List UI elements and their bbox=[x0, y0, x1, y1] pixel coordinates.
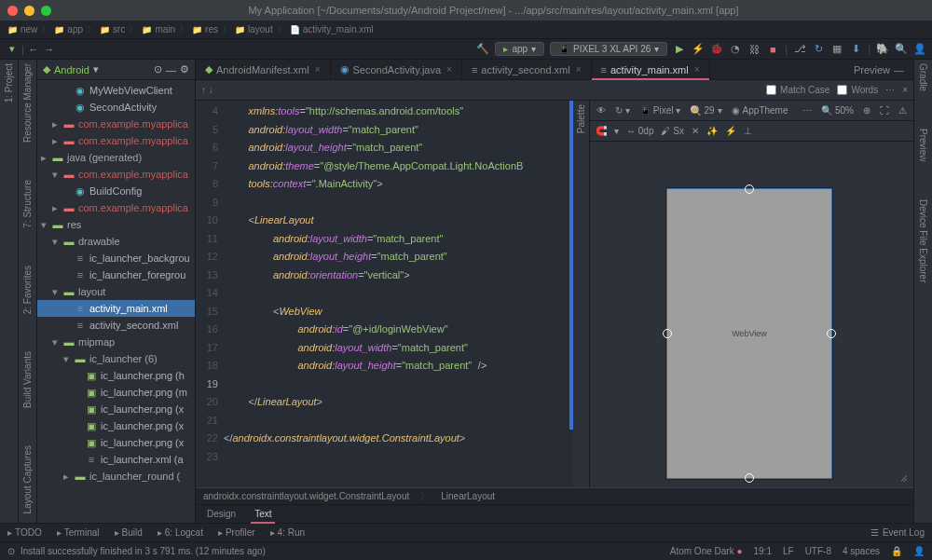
close-button[interactable] bbox=[7, 6, 18, 16]
lock-icon[interactable]: 🔒 bbox=[891, 546, 902, 556]
palette-rail[interactable]: Palette bbox=[573, 101, 590, 487]
project-tree[interactable]: ◉MyWebViewClient◉SecondActivity▸▬com.exa… bbox=[37, 80, 195, 523]
theme-select[interactable]: ◉ AppTheme bbox=[729, 105, 791, 116]
tree-item[interactable]: ▣ic_launcher.png (m bbox=[37, 384, 195, 401]
tree-item[interactable]: ▸▬ic_launcher_round ( bbox=[37, 468, 195, 485]
device-dropdown[interactable]: 📱PIXEL 3 XL API 26 ▾ bbox=[550, 42, 667, 56]
find-close-icon[interactable]: × bbox=[902, 85, 908, 95]
project-view-chevron[interactable]: ▾ bbox=[93, 63, 99, 75]
zoom-label[interactable]: 🔍 50% bbox=[818, 105, 857, 116]
bottom-tool-button[interactable]: ▸4: Run bbox=[270, 527, 305, 538]
tree-item[interactable]: ▣ic_launcher.png (x bbox=[37, 401, 195, 417]
sdk-icon[interactable]: ⬇ bbox=[849, 43, 862, 56]
editor-breadcrumb-item[interactable]: LinearLayout bbox=[441, 491, 495, 501]
editor-tab[interactable]: ◉SecondActivity.java× bbox=[331, 60, 462, 79]
tree-item[interactable]: ◉SecondActivity bbox=[37, 99, 195, 116]
avd-icon[interactable]: ▦ bbox=[830, 43, 843, 56]
cursor-position[interactable]: 19:1 bbox=[753, 546, 771, 556]
breadcrumb-item[interactable]: 📁 layout bbox=[235, 24, 273, 34]
guide-icon[interactable]: ⊥ bbox=[744, 126, 752, 136]
editor-breadcrumb-item[interactable]: androidx.constraintlayout.widget.Constra… bbox=[203, 491, 409, 501]
project-view-label[interactable]: Android bbox=[54, 64, 89, 75]
run-config-dropdown[interactable]: ▸app ▾ bbox=[495, 42, 544, 56]
find-more-icon[interactable]: ⋯ bbox=[885, 85, 895, 95]
bottom-tool-button[interactable]: ▸TODO bbox=[7, 527, 42, 538]
code-editor[interactable]: 4567891011121314151617181920212223 xmlns… bbox=[196, 101, 573, 487]
tool-window-button[interactable]: Gradle bbox=[918, 63, 928, 91]
tool-window-button[interactable]: 7: Structure bbox=[22, 180, 33, 228]
scale-label[interactable]: ↔ 0dp bbox=[626, 126, 653, 136]
maximize-button[interactable] bbox=[41, 6, 51, 16]
tool-window-button[interactable]: Build Variants bbox=[22, 351, 33, 408]
project-settings-icon[interactable]: ⚙ bbox=[180, 63, 189, 75]
magnet-icon[interactable]: 🧲 bbox=[596, 126, 607, 136]
tree-item[interactable]: ◉MyWebViewClient bbox=[37, 82, 195, 99]
resize-handle-right[interactable] bbox=[827, 329, 836, 338]
tree-item[interactable]: ≡ic_launcher_foregrou bbox=[37, 266, 195, 283]
bolt-icon[interactable]: ⚡ bbox=[725, 126, 736, 136]
palette-label[interactable]: Palette bbox=[576, 104, 586, 133]
zoom-in-icon[interactable]: ⊕ bbox=[860, 105, 873, 116]
clear-icon[interactable]: ✕ bbox=[692, 126, 699, 136]
tree-item[interactable]: ◉BuildConfig bbox=[37, 183, 195, 199]
tree-item[interactable]: ≡ic_launcher.xml (a bbox=[37, 451, 195, 468]
editor-tab[interactable]: ≡activity_second.xml× bbox=[462, 60, 592, 79]
back-icon[interactable]: ← bbox=[27, 43, 40, 56]
breadcrumb-item[interactable]: 📁 app bbox=[54, 24, 83, 34]
breadcrumb-item[interactable]: 📁 main bbox=[142, 24, 175, 34]
attach-icon[interactable]: ⛓ bbox=[747, 43, 761, 56]
code-content[interactable]: xmlns:tools="http://schemas.android.com/… bbox=[224, 101, 573, 487]
tab-close-icon[interactable]: × bbox=[694, 64, 700, 75]
resize-handle-top[interactable] bbox=[745, 184, 754, 194]
tool-window-button[interactable]: 1: Project bbox=[4, 63, 14, 102]
bottom-tool-button[interactable]: ▸Build bbox=[115, 527, 143, 538]
tool-window-button[interactable]: 2: Favorites bbox=[22, 266, 33, 314]
run-icon[interactable]: ▶ bbox=[673, 43, 686, 56]
tree-item[interactable]: ▾▬res bbox=[37, 216, 195, 233]
device-frame[interactable]: WebView bbox=[666, 188, 832, 479]
find-arrows[interactable]: ↑ ↓ bbox=[201, 85, 213, 95]
search-icon[interactable]: 🔍 bbox=[895, 43, 908, 56]
tree-item[interactable]: ▸▬com.example.myapplica bbox=[37, 116, 195, 132]
avatar-icon[interactable]: 👤 bbox=[913, 43, 926, 56]
tree-item[interactable]: ▾▬com.example.myapplica bbox=[37, 166, 195, 183]
fullscreen-icon[interactable]: ⛶ bbox=[877, 105, 892, 116]
apply-icon[interactable]: ⚡ bbox=[692, 43, 705, 56]
tool-window-button[interactable]: Preview bbox=[918, 129, 928, 162]
add-icon[interactable]: ▾ bbox=[6, 43, 19, 56]
tab-close-icon[interactable]: × bbox=[315, 64, 321, 75]
tree-item[interactable]: ▾▬mipmap bbox=[37, 334, 195, 350]
grid-icon[interactable]: ▾ bbox=[614, 126, 619, 136]
editor-mode-tab[interactable]: Text bbox=[251, 507, 275, 521]
sync-icon[interactable]: 🐘 bbox=[876, 43, 889, 56]
warnings-icon[interactable]: ⚠ bbox=[896, 105, 910, 116]
git-icon[interactable]: ⎇ bbox=[793, 43, 806, 56]
sx-label[interactable]: 🖌 Sx bbox=[661, 126, 683, 136]
tree-item[interactable]: ▸▬com.example.myapplica bbox=[37, 132, 195, 149]
tree-item[interactable]: ≡ic_launcher_backgrou bbox=[37, 250, 195, 266]
view-mode-icon[interactable]: 👁 bbox=[594, 105, 609, 116]
pane-resize-handle[interactable] bbox=[897, 471, 908, 482]
tree-item[interactable]: ▾▬layout bbox=[37, 283, 195, 300]
inspector-icon[interactable]: 👤 bbox=[913, 546, 925, 556]
tool-window-button[interactable]: Device File Explorer bbox=[918, 199, 928, 282]
scroll-indicator[interactable] bbox=[569, 101, 573, 430]
forward-icon[interactable]: → bbox=[43, 43, 56, 56]
tab-close-icon[interactable]: × bbox=[576, 64, 582, 75]
tree-item[interactable]: ≡activity_second.xml bbox=[37, 317, 195, 334]
theme-indicator[interactable]: Atom One Dark ● bbox=[670, 546, 743, 556]
tree-item[interactable]: ▸▬com.example.myapplica bbox=[37, 199, 195, 216]
project-target-icon[interactable]: ⊙ bbox=[154, 63, 162, 75]
tree-item[interactable]: ≡activity_main.xml bbox=[37, 300, 195, 317]
project-collapse-icon[interactable]: — bbox=[166, 64, 176, 75]
tree-item[interactable]: ▣ic_launcher.png (x bbox=[37, 417, 195, 434]
indent[interactable]: 4 spaces bbox=[843, 546, 880, 556]
tab-close-icon[interactable]: × bbox=[446, 64, 452, 75]
editor-tab[interactable]: ◆AndroidManifest.xml× bbox=[196, 60, 331, 79]
device-select[interactable]: 📱 Pixel ▾ bbox=[637, 105, 684, 116]
breadcrumb-item[interactable]: 📁 res bbox=[192, 24, 218, 34]
event-log-button[interactable]: ☰Event Log bbox=[870, 527, 925, 538]
breadcrumb-item[interactable]: 📁 new bbox=[7, 24, 37, 34]
tree-item[interactable]: ▾▬drawable bbox=[37, 233, 195, 250]
resize-handle-left[interactable] bbox=[663, 329, 672, 338]
